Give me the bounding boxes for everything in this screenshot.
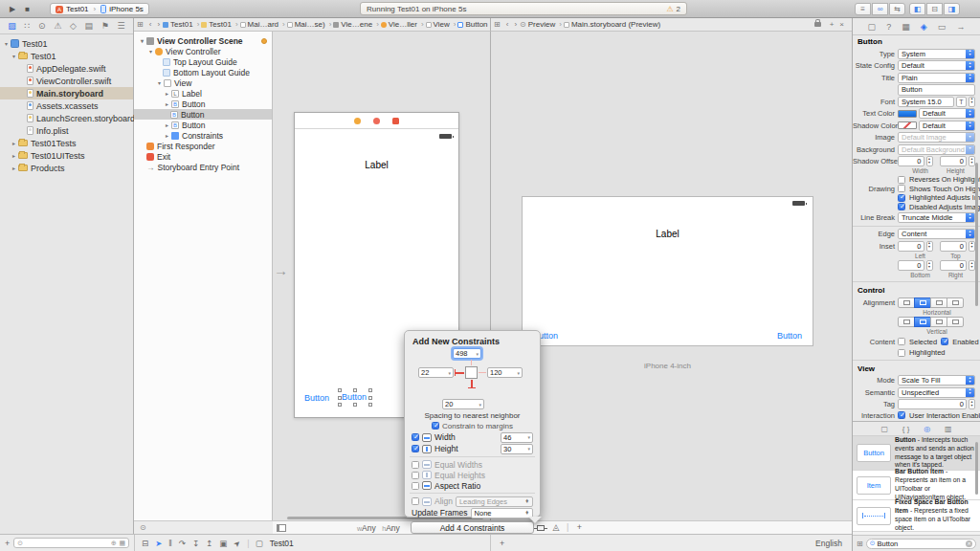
trailing-spacing-field[interactable]: 120▾: [487, 367, 523, 378]
run-button[interactable]: ▶: [10, 5, 15, 13]
file-row[interactable]: ViewController.swift: [0, 75, 133, 87]
breadcrumb[interactable]: Button: [457, 20, 487, 29]
reverses-checkbox[interactable]: [898, 176, 905, 184]
inset-right-field[interactable]: 0: [940, 260, 967, 271]
project-navigator-icon[interactable]: ▨: [8, 21, 16, 31]
quick-help-inspector-icon[interactable]: ?: [886, 22, 891, 32]
bottom-constraint-beam[interactable]: [471, 380, 473, 387]
resize-handle[interactable]: [368, 403, 372, 407]
breadcrumb[interactable]: Main.storyboard (Preview): [564, 20, 660, 29]
width-checkbox[interactable]: [412, 433, 419, 441]
disabled-adjusts-checkbox[interactable]: [898, 203, 905, 210]
shadow-color-swatch[interactable]: [898, 121, 917, 129]
grid-view-icon[interactable]: ⊞: [857, 540, 863, 548]
forward-icon[interactable]: ›: [157, 20, 160, 29]
breakpoint-navigator-icon[interactable]: ⚑: [101, 21, 109, 31]
inset-bottom-field[interactable]: 0: [898, 260, 924, 271]
resize-handle[interactable]: [338, 396, 342, 400]
code-snippet-library-icon[interactable]: { }: [902, 425, 910, 433]
bottom-spacing-field[interactable]: 20▾: [442, 399, 484, 409]
outline-row-view-controller[interactable]: ▾ View Controller: [134, 46, 272, 56]
scene-warning-badge[interactable]: [261, 38, 267, 44]
height-checkbox[interactable]: [412, 445, 419, 452]
outline-toggle-button[interactable]: [277, 524, 286, 532]
assistant-editor-button[interactable]: ∞: [872, 3, 888, 15]
library-item-button[interactable]: Button Button - Intercepts touch events …: [853, 436, 980, 471]
aspect-ratio-checkbox[interactable]: [412, 482, 419, 490]
enabled-checkbox[interactable]: [941, 338, 948, 345]
font-picker-icon[interactable]: T: [956, 97, 967, 107]
resize-handle[interactable]: [353, 403, 357, 407]
canvas-label[interactable]: Label: [295, 160, 458, 170]
resize-handle[interactable]: [338, 403, 342, 407]
file-template-library-icon[interactable]: ▢: [880, 425, 888, 433]
breadcrumb[interactable]: Test01: [201, 20, 232, 29]
size-inspector-icon[interactable]: ▭: [938, 22, 947, 32]
canvas-button-left[interactable]: Button: [304, 393, 329, 403]
resize-handle[interactable]: [368, 388, 372, 392]
outline-row-button-selected[interactable]: B Button: [134, 109, 272, 120]
shadow-offset-width-field[interactable]: 0: [898, 156, 924, 166]
identity-inspector-icon[interactable]: ▦: [902, 22, 910, 32]
disclosure-icon[interactable]: ▸: [10, 140, 18, 146]
file-row-selected[interactable]: Main.storyboard: [0, 87, 133, 99]
top-constraint-beam[interactable]: [471, 360, 472, 365]
outline-row-button2[interactable]: ▸B Button: [134, 120, 272, 130]
outline-row-scene[interactable]: ▾ View Controller Scene: [134, 35, 272, 46]
step-out-icon[interactable]: ↥: [206, 539, 212, 548]
view-debugger-icon[interactable]: ▣: [219, 539, 227, 548]
outline-row-entry-point[interactable]: → Storyboard Entry Point: [134, 162, 272, 172]
outline-row-top-layout-guide[interactable]: Top Layout Guide: [134, 56, 272, 67]
warning-icon[interactable]: ⚠: [666, 5, 673, 13]
equal-heights-checkbox[interactable]: [412, 472, 419, 479]
pause-icon[interactable]: ‖: [168, 539, 172, 548]
file-row[interactable]: ▸ Test01Tests: [0, 137, 133, 149]
recent-files-icon[interactable]: ⊕: [110, 540, 117, 546]
scm-status-icon[interactable]: ▦: [119, 540, 125, 547]
inset-top-field[interactable]: 0: [940, 241, 967, 252]
disclosure-icon[interactable]: ▾: [10, 53, 18, 59]
filter-icon[interactable]: ⊙: [140, 523, 146, 532]
title-text-field[interactable]: Button: [898, 84, 975, 96]
disclosure-icon[interactable]: ▸: [10, 152, 18, 159]
state-config-dropdown[interactable]: Default▲▼: [898, 60, 975, 71]
tag-field[interactable]: 0: [898, 399, 967, 409]
leading-spacing-field[interactable]: 22▾: [418, 367, 454, 378]
add-constraints-button[interactable]: Add 4 Constraints: [411, 521, 534, 534]
disclosure-icon[interactable]: ▸: [10, 165, 18, 171]
resize-handle[interactable]: [353, 388, 357, 392]
related-items-icon[interactable]: ⊞: [494, 20, 501, 29]
height-value-field[interactable]: 30▾: [501, 444, 533, 454]
first-responder-icon[interactable]: [373, 118, 380, 124]
version-editor-button[interactable]: ⇆: [889, 3, 905, 15]
outline-row-label[interactable]: ▸L Label: [134, 88, 272, 99]
outline-row-constraints[interactable]: ▸ Constraints: [134, 130, 272, 141]
font-stepper[interactable]: ▲▼: [969, 97, 975, 107]
connections-inspector-icon[interactable]: →: [956, 22, 965, 32]
resolve-auto-layout-button[interactable]: ◬: [548, 522, 564, 532]
file-row[interactable]: ▾ Test01: [0, 50, 133, 62]
add-editor-button[interactable]: +: [571, 522, 587, 532]
constrain-margins-checkbox[interactable]: [432, 422, 439, 430]
selected-checkbox[interactable]: [898, 338, 905, 345]
highlighted-checkbox[interactable]: [898, 349, 905, 357]
back-icon[interactable]: ‹: [149, 20, 152, 29]
breadcrumb[interactable]: Vie…ene: [333, 20, 372, 29]
debug-navigator-icon[interactable]: ▤: [85, 21, 94, 31]
text-color-swatch[interactable]: [898, 110, 917, 118]
test-navigator-icon[interactable]: ◇: [70, 21, 77, 31]
inspector-scrollbar[interactable]: [975, 163, 978, 306]
search-navigator-icon[interactable]: ⊙: [38, 21, 46, 31]
mode-dropdown[interactable]: Scale To Fill▲▼: [898, 375, 975, 386]
top-spacing-field[interactable]: 498▾: [453, 348, 481, 359]
resize-handle[interactable]: [368, 396, 372, 400]
library-item-fixed-space[interactable]: Fixed Space Bar Button Item - Represents…: [853, 500, 980, 532]
issue-navigator-icon[interactable]: ⚠: [54, 21, 61, 31]
breadcrumb[interactable]: ⊙Preview: [520, 20, 555, 29]
lock-icon[interactable]: [814, 22, 821, 27]
constrain-margins-row[interactable]: Constrain to margins: [405, 420, 540, 431]
outline-row-exit[interactable]: Exit: [134, 151, 272, 162]
toggle-navigator-button[interactable]: ◧: [909, 3, 925, 15]
resize-handle[interactable]: [338, 388, 342, 392]
outline-row-view[interactable]: ▾ View: [134, 77, 272, 88]
